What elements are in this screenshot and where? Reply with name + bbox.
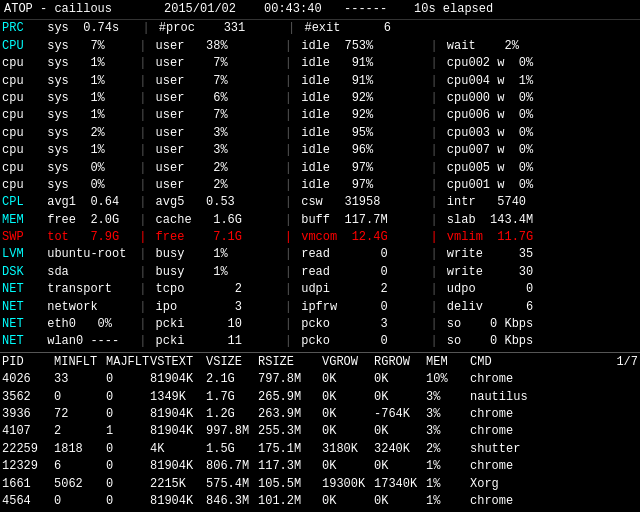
proc-vstext: 81904K: [150, 458, 206, 475]
proc-majflt: 0: [106, 371, 150, 388]
prc-exit: #exit 6: [304, 20, 390, 37]
proc-vgrow: 0K: [322, 389, 374, 406]
proc-cmd: chrome: [470, 458, 638, 475]
proc-vstext: 1349K: [150, 389, 206, 406]
cpu5-row: cpu sys 1% | user 3% | idle 96% | cpu007…: [0, 142, 640, 159]
proc-minflt: 0: [54, 493, 106, 510]
proc-majflt: 0: [106, 493, 150, 510]
proc-majflt: 0: [106, 458, 150, 475]
lvm-row: LVM ubuntu-root | busy 1% | read 0 | wri…: [0, 246, 640, 263]
proc-mem: 1%: [426, 493, 470, 510]
proc-vstext: 81904K: [150, 406, 206, 423]
proc-rsize: 175.1M: [258, 441, 322, 458]
dsk-label: DSK: [2, 264, 40, 281]
proc-rsize: 265.9M: [258, 389, 322, 406]
proc-rgrow: 3240K: [374, 441, 426, 458]
sys-stats: PRC sys 0.74s | #proc 331 | #exit 6 CPU …: [0, 20, 640, 350]
net-wlan0-row: NET wlan0 ---- | pcki 11 | pcko 0 | so 0…: [0, 333, 640, 350]
col-majflt: MAJFLT: [106, 354, 150, 371]
proc-row: 22259 1818 0 4K 1.5G 175.1M 3180K 3240K …: [0, 441, 640, 458]
proc-rsize: 105.5M: [258, 476, 322, 493]
cpu3-row: cpu sys 1% | user 7% | idle 92% | cpu006…: [0, 107, 640, 124]
cpl-label: CPL: [2, 194, 40, 211]
col-rsize: RSIZE: [258, 354, 322, 371]
proc-majflt: 0: [106, 441, 150, 458]
proc-minflt: 72: [54, 406, 106, 423]
proc-cmd: shutter: [470, 441, 638, 458]
col-mem: MEM: [426, 354, 470, 371]
dsk-row: DSK sda | busy 1% | read 0 | write 30: [0, 264, 640, 281]
cpu6-row: cpu sys 0% | user 2% | idle 97% | cpu005…: [0, 160, 640, 177]
proc-pid: 3562: [2, 389, 54, 406]
proc-minflt: 5062: [54, 476, 106, 493]
proc-rsize: 797.8M: [258, 371, 322, 388]
cpu4-row: cpu sys 2% | user 3% | idle 95% | cpu003…: [0, 125, 640, 142]
proc-cmd: chrome: [470, 423, 638, 440]
proc-row: 3936 72 0 81904K 1.2G 263.9M 0K -764K 3%…: [0, 406, 640, 423]
proc-vstext: 81904K: [150, 371, 206, 388]
proc-rgrow: 0K: [374, 493, 426, 510]
proc-cmd: Xorg: [470, 476, 638, 493]
proc-cmd: nautilus: [470, 389, 638, 406]
proc-row: 4026 33 0 81904K 2.1G 797.8M 0K 0K 10% c…: [0, 371, 640, 388]
proc-vsize: 1.5G: [206, 441, 258, 458]
proc-rgrow: 0K: [374, 423, 426, 440]
proc-row: 4107 2 1 81904K 997.8M 255.3M 0K 0K 3% c…: [0, 423, 640, 440]
col-pid: PID: [2, 354, 54, 371]
proc-mem: 1%: [426, 476, 470, 493]
col-vgrow: VGROW: [322, 354, 374, 371]
proc-rsize: 263.9M: [258, 406, 322, 423]
proc-mem: 2%: [426, 441, 470, 458]
proc-rgrow: 17340K: [374, 476, 426, 493]
net-transport-row: NET transport | tcpo 2 | udpi 2 | udpo 0: [0, 281, 640, 298]
proc-cmd: chrome: [470, 493, 638, 510]
proc-pid: 1661: [2, 476, 54, 493]
proc-mem: 1%: [426, 458, 470, 475]
proc-vgrow: 0K: [322, 406, 374, 423]
proc-cmd: chrome: [470, 371, 638, 388]
proc-pid: 22259: [2, 441, 54, 458]
col-vstext: VSTEXT: [150, 354, 206, 371]
proc-vsize: 806.7M: [206, 458, 258, 475]
prc-sys-val: 0.74s: [83, 20, 133, 37]
separator: ------: [344, 1, 414, 18]
proc-row: 3562 0 0 1349K 1.7G 265.9M 0K 0K 3% naut…: [0, 389, 640, 406]
proc-vgrow: 0K: [322, 458, 374, 475]
proc-row: 12329 6 0 81904K 806.7M 117.3M 0K 0K 1% …: [0, 458, 640, 475]
proc-vsize: 997.8M: [206, 423, 258, 440]
page-indicator: 1/7: [616, 354, 638, 371]
proc-vsize: 575.4M: [206, 476, 258, 493]
proc-vgrow: 0K: [322, 371, 374, 388]
prc-sys-label: sys: [40, 20, 83, 37]
cpl-row: CPL avg1 0.64 | avg5 0.53 | csw 31958 | …: [0, 194, 640, 211]
proc-mem: 3%: [426, 406, 470, 423]
col-cmd: CMD: [470, 354, 616, 371]
proc-vsize: 1.7G: [206, 389, 258, 406]
time: 00:43:40: [264, 1, 344, 18]
proc-vgrow: 19300K: [322, 476, 374, 493]
prc-label: PRC: [2, 20, 40, 37]
net-network-row: NET network | ipo 3 | ipfrw 0 | deliv 6: [0, 299, 640, 316]
col-rgrow: RGROW: [374, 354, 426, 371]
lvm-label: LVM: [2, 246, 40, 263]
proc-vsize: 2.1G: [206, 371, 258, 388]
mem-row: MEM free 2.0G | cache 1.6G | buff 117.7M…: [0, 212, 640, 229]
proc-row: 4564 0 0 81904K 846.3M 101.2M 0K 0K 1% c…: [0, 493, 640, 510]
cpu-wait: wait 2%: [447, 38, 519, 55]
cpu-label: CPU: [2, 38, 40, 55]
cpu0-row: cpu sys 1% | user 7% | idle 91% | cpu002…: [0, 55, 640, 72]
cpu-user: user 38%: [156, 38, 276, 55]
proc-pid: 3936: [2, 406, 54, 423]
proc-mem: 3%: [426, 423, 470, 440]
cpu7-row: cpu sys 0% | user 2% | idle 97% | cpu001…: [0, 177, 640, 194]
proc-rsize: 101.2M: [258, 493, 322, 510]
proc-vgrow: 0K: [322, 493, 374, 510]
cpu2-row: cpu sys 1% | user 6% | idle 92% | cpu000…: [0, 90, 640, 107]
elapsed: 10s elapsed: [414, 1, 493, 18]
proc-vgrow: 0K: [322, 423, 374, 440]
proc-minflt: 1818: [54, 441, 106, 458]
net-eth0-row: NET eth0 0% | pcki 10 | pcko 3 | so 0 Kb…: [0, 316, 640, 333]
proc-majflt: 0: [106, 476, 150, 493]
mem-label: MEM: [2, 212, 40, 229]
proc-majflt: 1: [106, 423, 150, 440]
